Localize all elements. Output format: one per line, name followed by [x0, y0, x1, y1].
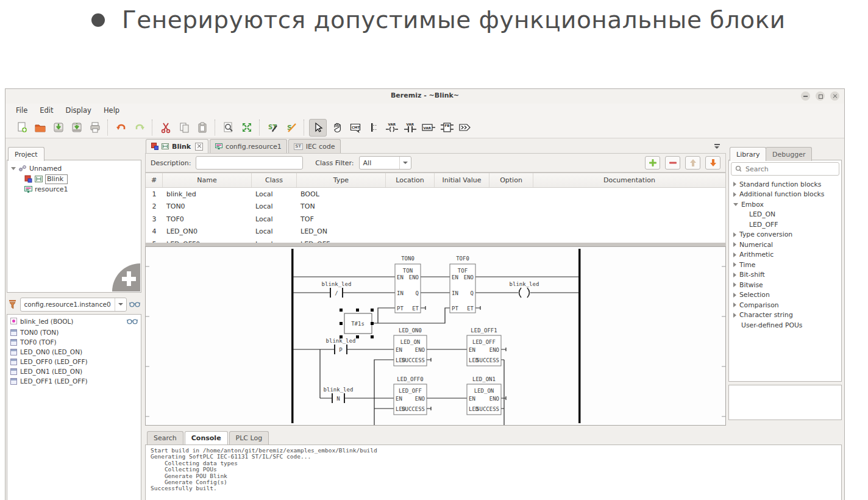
variable-row[interactable]: 5 LED_OFF0 Local LED_OFF — [146, 238, 725, 243]
col-name[interactable]: Name — [163, 173, 252, 187]
variable-tool-button[interactable]: VAR — [420, 120, 436, 136]
powerrail-tool-button[interactable] — [365, 120, 382, 136]
menu-edit[interactable]: Edit — [34, 104, 59, 116]
tree-item-resource1[interactable]: resource1 — [7, 184, 141, 195]
variable-row[interactable]: 2 TON0 Local TON — [146, 201, 725, 213]
constant-t1s[interactable]: T#1s — [340, 309, 374, 338]
lib-bit-shift[interactable]: Bit-shift — [733, 270, 839, 280]
lib-std-fb[interactable]: Standard function blocks — [733, 179, 839, 190]
col-option[interactable]: Option — [489, 173, 533, 187]
comment-tool-button[interactable]: CMT — [347, 120, 363, 136]
col-class[interactable]: Class — [252, 173, 297, 187]
lib-character-string[interactable]: Character string — [733, 310, 839, 321]
move-down-button[interactable] — [705, 156, 720, 170]
fb-led-on0[interactable]: LED_ON0 LED_ON EN ENO LED SUCCESS — [394, 327, 427, 366]
save-as-button[interactable] — [68, 120, 85, 136]
col-type[interactable]: Type — [297, 173, 386, 187]
generate-st-button[interactable]: ST — [265, 120, 281, 136]
tab-debugger[interactable]: Debugger — [766, 147, 812, 161]
tab-search-results[interactable]: Search — [147, 431, 183, 445]
variable-row[interactable]: 3 TOF0 Local TOF — [146, 213, 725, 226]
debug-instance-combo[interactable]: config.resource1.instance0 — [20, 298, 127, 312]
combo-arrow-icon[interactable] — [115, 298, 126, 311]
cut-button[interactable] — [157, 120, 174, 136]
lib-additional-fb[interactable]: Additional function blocks — [733, 190, 839, 200]
class-filter-combo[interactable]: All — [359, 156, 411, 170]
menu-file[interactable]: File — [10, 104, 33, 116]
combo-arrow-icon[interactable] — [399, 157, 411, 169]
menu-help[interactable]: Help — [98, 104, 125, 116]
contact-tool-button[interactable]: VAR — [402, 120, 418, 136]
lib-selection[interactable]: Selection — [733, 290, 839, 301]
fb-tof0[interactable]: TOF0 TOF EN ENO IN Q PT ET — [450, 255, 475, 313]
pan-tool-button[interactable] — [329, 120, 345, 136]
move-up-button[interactable] — [685, 156, 700, 170]
delete-variable-button[interactable] — [665, 156, 680, 170]
lib-time[interactable]: Time — [733, 260, 839, 270]
debug-var-tof0[interactable]: TOF0 (TOF) — [7, 337, 141, 347]
col-num[interactable]: # — [146, 173, 163, 187]
contact-blink-led-nc[interactable]: blink_led / — [322, 281, 352, 298]
debug-var-ton0[interactable]: TON0 (TON) — [7, 327, 141, 337]
connection-tool-button[interactable] — [457, 120, 473, 136]
fb-led-off1[interactable]: LED_OFF1 LED_OFF EN ENO LED SUCCESS — [467, 327, 501, 366]
debug-var-led-off1[interactable]: LED_OFF1 (LED_OFF) — [7, 376, 141, 386]
library-search-input[interactable] — [744, 165, 835, 174]
fb-tool-button[interactable]: FB — [438, 120, 455, 136]
minimize-button[interactable] — [801, 91, 810, 101]
coil-tool-button[interactable]: VAR — [383, 120, 400, 136]
variable-row[interactable]: 1 blink_led Local BOOL — [146, 188, 725, 201]
tab-project[interactable]: Project — [8, 147, 44, 161]
print-button[interactable] — [87, 120, 103, 136]
new-file-button[interactable] — [13, 120, 30, 136]
redo-button[interactable] — [131, 120, 148, 136]
save-button[interactable] — [50, 120, 66, 136]
close-button[interactable] — [830, 91, 839, 101]
search-button[interactable] — [220, 120, 237, 136]
fb-led-off0[interactable]: LED_OFF0 LED_OFF EN ENO LED SUCCESS — [394, 376, 427, 415]
library-search[interactable] — [731, 162, 839, 176]
lib-bitwise[interactable]: Bitwise — [733, 280, 839, 290]
right-power-rail[interactable] — [578, 249, 581, 423]
col-documentation[interactable]: Documentation — [533, 173, 725, 187]
debug-var-led-off0[interactable]: LED_OFF0 (LED_OFF) — [7, 357, 141, 366]
add-variable-button[interactable] — [645, 156, 660, 170]
titlebar[interactable]: Beremiz - ~Blink~ — [5, 89, 844, 104]
contact-blink-led-n[interactable]: blink_led N — [324, 387, 354, 403]
tab-console[interactable]: Console — [185, 431, 228, 445]
variable-row[interactable]: 4 LED_ON0 Local LED_ON — [146, 226, 725, 238]
generate-sfc-button[interactable]: S — [283, 120, 299, 136]
debug-var-led-on1[interactable]: LED_ON1 (LED_ON) — [7, 366, 141, 376]
tree-item-unnamed[interactable]: Unnamed — [7, 163, 141, 174]
watch-glasses-icon[interactable] — [127, 318, 138, 324]
menu-display[interactable]: Display — [60, 104, 97, 116]
col-initial-value[interactable]: Initial Value — [435, 173, 489, 187]
watch-glasses-icon[interactable] — [129, 301, 140, 307]
lib-type-conversion[interactable]: Type conversion — [733, 230, 839, 240]
coil-blink-led[interactable]: blink_led — [510, 281, 539, 298]
expander-icon[interactable] — [11, 167, 16, 170]
fb-ton0[interactable]: TON0 TON EN ENO IN Q PT ET — [395, 255, 421, 313]
fb-led-on1[interactable]: LED_ON1 LED_ON EN ENO LED SUCCESS — [467, 376, 501, 415]
lib-user-defined-pous[interactable]: User-defined POUs — [733, 320, 839, 330]
tab-library[interactable]: Library — [730, 147, 766, 161]
debug-var-led-on0[interactable]: LED_ON0 (LED_ON) — [7, 347, 141, 357]
maximize-button[interactable] — [816, 91, 825, 101]
lib-led-off[interactable]: LED_OFF — [733, 220, 839, 230]
copy-button[interactable] — [176, 120, 192, 136]
contact-blink-led-p[interactable]: blink_led P — [326, 338, 356, 354]
tree-item-blink[interactable]: Blink — [7, 174, 141, 184]
console-output[interactable]: Start build in /home/anton/git/beremiz/e… — [145, 445, 842, 500]
lib-led-on[interactable]: LED_ON — [733, 210, 839, 220]
lib-arithmetic[interactable]: Arithmetic — [733, 250, 839, 260]
ladder-canvas[interactable]: TON0 TON EN ENO IN Q PT ET TOF0 TOF EN E… — [145, 246, 726, 426]
add-element-button[interactable] — [112, 263, 140, 291]
close-tab-icon[interactable] — [195, 143, 203, 151]
tab-blink[interactable]: Blink — [146, 139, 208, 153]
left-power-rail[interactable] — [291, 249, 294, 423]
open-button[interactable] — [32, 120, 48, 136]
undo-button[interactable] — [113, 120, 129, 136]
description-input[interactable] — [196, 156, 303, 170]
fullscreen-button[interactable] — [238, 120, 255, 136]
debug-var-blink-led[interactable]: blink_led (BOOL) — [7, 315, 141, 327]
